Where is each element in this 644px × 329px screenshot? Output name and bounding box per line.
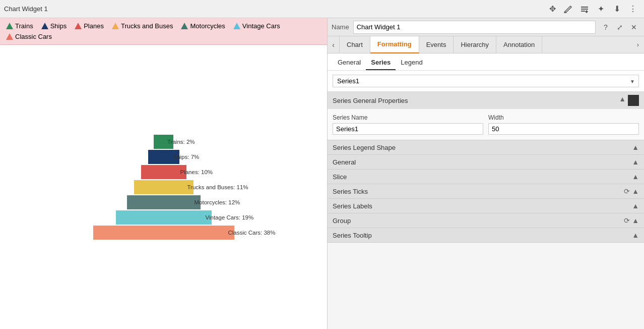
sections-scroll: Series Legend Shape▲General▲Slice▲Series… — [328, 140, 644, 329]
width-input[interactable] — [488, 123, 639, 135]
section-label: Slice — [333, 173, 347, 181]
section-series-labels: Series Labels▲ — [328, 199, 644, 213]
expand-icon[interactable]: ⤢ — [614, 21, 626, 33]
section-header[interactable]: Series Legend Shape▲ — [328, 140, 644, 154]
section-label: Series Labels — [333, 202, 372, 210]
section-icons: ▲ — [632, 158, 639, 166]
pyramid-layer: Ships: 7% — [83, 149, 244, 164]
next-tab-btn[interactable]: › — [632, 36, 644, 53]
right-header: Name ? ⤢ ✕ — [328, 18, 644, 36]
legend-label: Vintage Cars — [242, 22, 280, 30]
left-panel: Trains Ships Planes Trucks and Buses Mot… — [0, 18, 328, 329]
top-bar: Chart Widget 1 ✥ ✦ ⬇ ⋮ — [0, 0, 644, 18]
chevron-up-icon[interactable]: ▲ — [632, 202, 639, 210]
series-general-header[interactable]: Series General Properties ▲ — [328, 92, 644, 109]
props-row: Series Name Width — [333, 114, 639, 135]
legend-item: Motorcycles — [181, 22, 225, 30]
width-label: Width — [488, 114, 639, 121]
tabs-container: ChartFormattingEventsHierarchyAnnotation — [340, 36, 632, 53]
section-header[interactable]: General▲ — [328, 155, 644, 169]
section-icons: ⟳▲ — [624, 216, 639, 225]
legend-area: Trains Ships Planes Trucks and Buses Mot… — [0, 18, 327, 45]
series-name-group: Series Name — [333, 114, 483, 135]
section-label: Series Ticks — [333, 188, 368, 195]
move-icon[interactable]: ✥ — [545, 2, 559, 16]
legend-label: Trucks and Buses — [121, 22, 173, 30]
pyramid-bar — [134, 180, 194, 194]
legend-item: Trucks and Buses — [112, 22, 173, 30]
series-general-label: Series General Properties — [333, 97, 408, 104]
series-select[interactable]: Series1 — [333, 75, 639, 87]
widget-title: Chart Widget 1 — [4, 5, 543, 13]
dark-box-icon — [628, 95, 639, 106]
help-icon[interactable]: ? — [600, 21, 612, 33]
pyramid-bar — [116, 210, 212, 225]
section-header[interactable]: Series Labels▲ — [328, 199, 644, 213]
pyramid-bar — [141, 165, 186, 179]
settings-icon[interactable]: ✦ — [594, 2, 608, 16]
right-panel: Name ? ⤢ ✕ ‹ ChartFormattingEventsHierar… — [328, 18, 644, 329]
widget-name-input[interactable] — [353, 21, 596, 34]
legend-item: Planes — [75, 22, 104, 30]
series-name-input[interactable] — [333, 123, 483, 135]
collapse-icon[interactable]: ▲ — [619, 95, 626, 106]
section-label: General — [333, 158, 356, 166]
pyramid-layer: Vintage Cars: 19% — [83, 210, 244, 225]
more-icon[interactable]: ⋮ — [626, 2, 640, 16]
section-icons: ▲ — [632, 202, 639, 210]
tab-events[interactable]: Events — [419, 36, 454, 53]
header-icons: ? ⤢ ✕ — [600, 21, 640, 33]
chevron-up-icon[interactable]: ▲ — [632, 187, 639, 195]
section-icons: ▲ — [632, 231, 639, 239]
section-header[interactable]: Series Tooltip▲ — [328, 228, 644, 242]
pyramid-label: Trains: 2% — [167, 139, 195, 145]
chevron-up-icon[interactable]: ▲ — [632, 216, 639, 225]
refresh-icon[interactable]: ⟳ — [624, 187, 630, 195]
section-series-tooltip: Series Tooltip▲ — [328, 228, 644, 243]
download-icon[interactable]: ⬇ — [610, 2, 624, 16]
chevron-up-icon[interactable]: ▲ — [632, 173, 639, 181]
width-group: Width — [488, 114, 639, 135]
chevron-up-icon[interactable]: ▲ — [632, 143, 639, 151]
series-select-wrapper: Series1 — [333, 75, 639, 87]
tab-hierarchy[interactable]: Hierarchy — [454, 36, 496, 53]
legend-label: Trains — [15, 22, 33, 30]
tab-chart[interactable]: Chart — [340, 36, 370, 53]
edit-icon[interactable] — [577, 2, 592, 16]
prev-tab-btn[interactable]: ‹ — [328, 36, 340, 53]
tab-annotation[interactable]: Annotation — [496, 36, 542, 53]
sub-tab-general[interactable]: General — [333, 57, 366, 70]
svg-rect-2 — [581, 11, 585, 12]
refresh-icon[interactable]: ⟳ — [624, 216, 630, 225]
sub-tab-legend[interactable]: Legend — [396, 57, 427, 70]
section-general: General▲ — [328, 155, 644, 170]
series-general-section: Series General Properties ▲ Series Name … — [328, 92, 644, 140]
legend-item: Vintage Cars — [233, 22, 280, 30]
chart-area: Trains: 2%Ships: 7%Planes: 10%Trucks and… — [0, 45, 327, 329]
legend-item: Ships — [41, 22, 67, 30]
sub-tab-series[interactable]: Series — [366, 57, 396, 70]
pyramid-layer: Trucks and Buses: 11% — [83, 180, 244, 195]
legend-triangle-icon — [41, 23, 48, 29]
pyramid-bar — [93, 226, 234, 240]
pyramid-layer: Motorcycles: 12% — [83, 195, 244, 210]
section-label: Group — [333, 217, 351, 225]
legend-triangle-icon — [181, 23, 188, 29]
section-icons: ⟳▲ — [624, 187, 639, 195]
series-select-row: Series1 — [328, 71, 644, 92]
tab-formatting[interactable]: Formatting — [370, 36, 419, 53]
legend-row: Trains Ships Planes Trucks and Buses Mot… — [6, 22, 321, 40]
name-label: Name — [332, 23, 349, 31]
section-header[interactable]: Slice▲ — [328, 170, 644, 184]
legend-label: Motorcycles — [190, 22, 225, 30]
section-header[interactable]: Series Ticks⟳▲ — [328, 184, 644, 198]
pyramid-label: Trucks and Buses: 11% — [187, 184, 248, 190]
section-header[interactable]: Group⟳▲ — [328, 213, 644, 228]
pyramid-layer: Classic Cars: 38% — [83, 225, 244, 240]
chevron-up-icon[interactable]: ▲ — [632, 231, 639, 239]
chevron-up-icon[interactable]: ▲ — [632, 158, 639, 166]
close-icon[interactable]: ✕ — [628, 21, 640, 33]
pyramid-label: Planes: 10% — [180, 169, 213, 175]
draw-icon[interactable] — [561, 2, 575, 16]
legend-triangle-icon — [75, 23, 82, 29]
